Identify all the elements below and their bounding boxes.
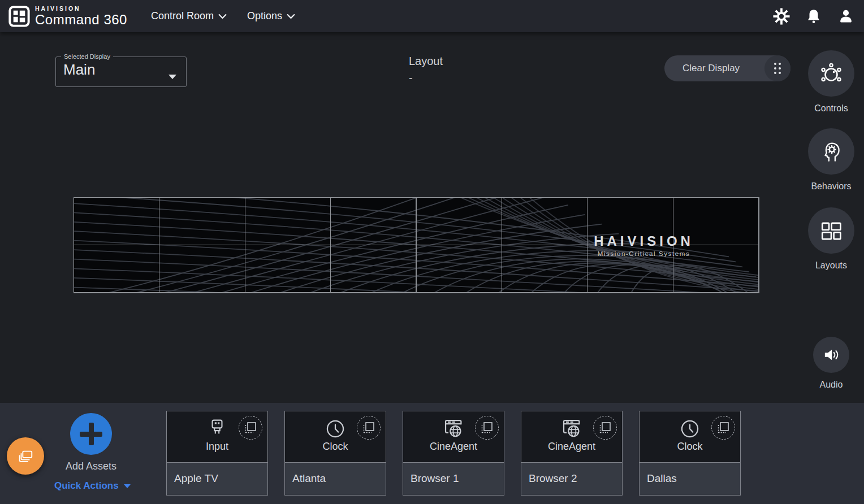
select-caret-icon [169,75,176,79]
assets-bar: Add Assets Quick Actions [0,403,864,504]
dial-icon [819,62,843,85]
notifications-icon[interactable] [805,8,822,25]
plus-icon [80,423,102,445]
send-to-display-button[interactable] [475,416,499,440]
layouts-button[interactable] [808,207,854,254]
head-gear-icon [819,139,844,164]
asset-name-label: Dallas [647,472,740,485]
clock-icon [325,419,345,439]
header-actions [773,8,854,25]
send-to-display-button[interactable] [357,416,381,440]
menu-control-room-label: Control Room [151,10,214,22]
asset-card-dallas[interactable]: Clock Dallas [639,411,741,496]
audio-label: Audio [813,380,849,390]
audio-button[interactable] [813,337,849,373]
clear-display-label: Clear Display [682,63,740,74]
asset-type-label: Clock [677,441,702,453]
top-bar: HAIVISION Command 360 Control Room Optio… [0,0,864,32]
brand-command360: Command 360 [35,13,127,27]
browser-globe-icon [561,418,582,439]
send-to-display-icon [244,421,257,435]
asset-type-label: Input [206,441,228,453]
controls-label: Controls [808,103,854,114]
haivision-logo-icon [8,6,30,27]
brand-haivision: HAIVISION [35,6,127,12]
asset-name-label: Atlanta [292,472,386,485]
user-icon[interactable] [837,8,854,25]
selected-display-label: Selected Display [61,53,113,60]
asset-card-list: Input Apple TV [166,411,741,496]
quick-actions-button[interactable]: Quick Actions [54,480,131,492]
command360-app: HAIVISION Command 360 Control Room Optio… [0,0,864,504]
asset-name-label: Browser 2 [529,472,622,485]
wall-brand-name: HAIVISION [594,233,694,249]
layout-grid-icon [819,219,843,242]
wall-brand: HAIVISION Mission-Critical Systems [594,233,694,257]
asset-name-label: Browser 1 [411,472,504,485]
send-to-display-button[interactable] [239,416,262,440]
asset-card-apple-tv[interactable]: Input Apple TV [166,411,268,496]
asset-card-atlanta[interactable]: Clock Atlanta [284,411,386,496]
asset-type-label: CineAgent [548,441,595,453]
quick-actions-label: Quick Actions [54,480,119,492]
send-to-display-icon [362,421,375,435]
six-dot-drag-icon [774,63,781,74]
menu-options[interactable]: Options [247,10,295,22]
layers-icon [17,447,34,464]
send-to-display-button[interactable] [593,416,617,440]
quick-layers-button[interactable] [7,437,44,475]
layout-info: Layout - [409,53,443,86]
rail-audio: Audio [813,337,849,390]
clear-display-button[interactable]: Clear Display [664,55,790,81]
send-to-display-button[interactable] [711,416,735,440]
drag-handle[interactable] [764,55,790,81]
rail-controls: Controls [808,50,854,114]
layouts-label: Layouts [808,260,854,271]
add-assets-button[interactable] [70,413,112,455]
browser-globe-icon [443,418,464,439]
selected-display-value: Main [63,61,186,79]
asset-name-label: Apple TV [174,472,267,485]
send-to-display-icon [480,421,494,435]
settings-icon[interactable] [773,8,790,25]
video-wall-preview[interactable]: HAIVISION Mission-Critical Systems [74,197,759,293]
asset-type-label: CineAgent [430,441,477,453]
rail-behaviors: Behaviors [808,128,854,192]
chevron-down-icon [287,14,295,19]
speaker-icon [822,345,841,364]
brand-block: HAIVISION Command 360 [35,6,127,27]
send-to-display-icon [598,421,612,435]
asset-card-browser-1[interactable]: CineAgent Browser 1 [403,411,504,496]
menu-options-label: Options [247,10,282,22]
quick-actions-caret-icon [124,484,131,488]
behaviors-label: Behaviors [808,181,854,192]
wall-brand-tagline: Mission-Critical Systems [594,250,694,257]
clock-icon [680,419,700,439]
layout-value: - [409,69,443,86]
menu-control-room[interactable]: Control Room [151,10,227,22]
asset-card-browser-2[interactable]: CineAgent Browser 2 [521,411,623,496]
usb-plug-icon [208,419,227,439]
add-assets-label: Add Assets [66,460,116,472]
asset-type-label: Clock [322,441,348,453]
controls-button[interactable] [808,50,854,97]
add-assets: Add Assets [70,413,112,472]
rail-layouts: Layouts [808,207,854,271]
chevron-down-icon [218,14,227,19]
selected-display-select[interactable]: Selected Display Main [55,53,187,87]
behaviors-button[interactable] [808,128,854,175]
send-to-display-icon [716,421,730,435]
layout-label: Layout [409,53,443,69]
